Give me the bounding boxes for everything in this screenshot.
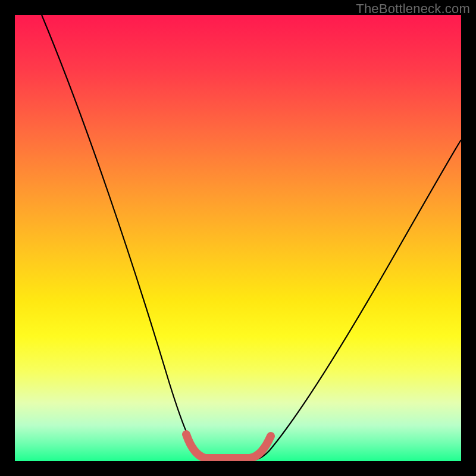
bottleneck-curve — [42, 15, 461, 461]
chart-overlay — [15, 15, 461, 461]
optimal-highlight — [186, 434, 271, 458]
watermark-label: TheBottleneck.com — [356, 1, 470, 17]
chart-frame: TheBottleneck.com — [0, 0, 476, 476]
